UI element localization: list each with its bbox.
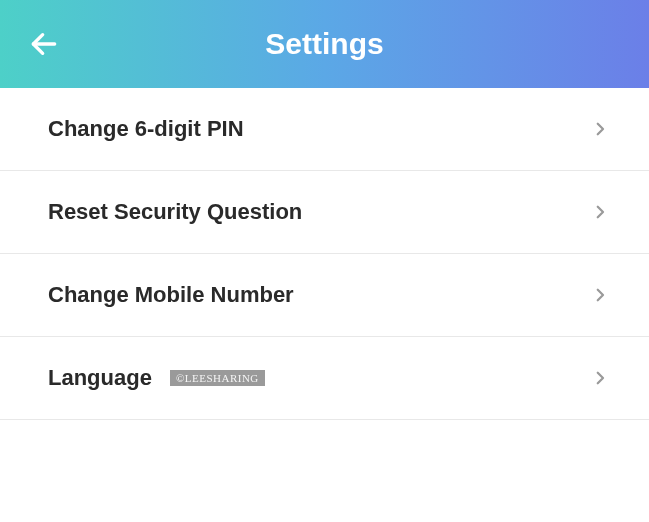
back-button[interactable] [28, 28, 60, 60]
settings-item-label: Reset Security Question [48, 199, 302, 225]
settings-item-label: Change Mobile Number [48, 282, 294, 308]
settings-list: Change 6-digit PIN Reset Security Questi… [0, 88, 649, 420]
header: Settings [0, 0, 649, 88]
settings-item-label: Change 6-digit PIN [48, 116, 244, 142]
chevron-right-icon [591, 120, 609, 138]
settings-item-change-mobile-number[interactable]: Change Mobile Number [0, 254, 649, 337]
chevron-right-icon [591, 203, 609, 221]
chevron-right-icon [591, 286, 609, 304]
page-title: Settings [0, 27, 649, 61]
settings-item-reset-security-question[interactable]: Reset Security Question [0, 171, 649, 254]
chevron-right-icon [591, 369, 609, 387]
settings-item-language[interactable]: Language ©LEESHARING [0, 337, 649, 420]
watermark-badge: ©LEESHARING [170, 370, 265, 386]
settings-item-change-pin[interactable]: Change 6-digit PIN [0, 88, 649, 171]
settings-item-label: Language [48, 365, 152, 391]
arrow-left-icon [28, 28, 60, 60]
